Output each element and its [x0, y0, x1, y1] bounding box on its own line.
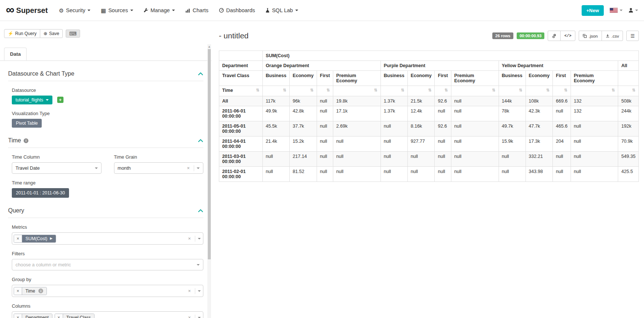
time-column-select[interactable]: Travel Date	[12, 162, 101, 174]
sort-icon[interactable]: ⇅	[519, 88, 522, 93]
columns-select[interactable]: × Department × Travel Class ×	[12, 311, 203, 318]
travel-class-label: Travel Class	[219, 71, 263, 86]
cell-value: null	[317, 121, 333, 136]
sort-icon[interactable]: ⇅	[445, 88, 448, 93]
chevron-up-icon[interactable]	[198, 72, 203, 76]
save-button[interactable]: ⊕ Save	[40, 29, 63, 38]
nav-item-dashboards[interactable]: Dashboards	[219, 7, 255, 13]
run-query-button[interactable]: ⚡ Run Query	[4, 29, 40, 38]
table-row: All117k96knull19.8k1.37k21.5k92.6null144…	[219, 96, 639, 106]
time-range-button[interactable]: 2011-01-01 : 2011-06-30	[12, 188, 69, 198]
new-button[interactable]: +New	[582, 5, 604, 16]
sort-icon[interactable]: ⇅	[401, 88, 404, 93]
scrollbar-up-arrow[interactable]: ▲	[207, 44, 211, 49]
section-datasource-chart[interactable]: Datasource & Chart Type	[8, 70, 203, 81]
code-icon: </>	[564, 34, 571, 38]
column-sort-header[interactable]: ⇅	[499, 86, 526, 96]
viz-type-button[interactable]: Pivot Table	[12, 119, 42, 128]
cell-value: null	[407, 167, 435, 182]
sort-icon[interactable]: ⇅	[374, 88, 378, 93]
cell-value: null	[451, 167, 499, 182]
nav-item-manage[interactable]: Manage	[144, 7, 175, 13]
metric-token-label[interactable]: SUM(Cost) ▶	[22, 235, 56, 242]
short-url-button[interactable]	[548, 31, 561, 41]
chevron-up-icon[interactable]	[198, 209, 203, 212]
columns-token-label[interactable]: Department	[22, 314, 52, 318]
sort-icon[interactable]: ⇅	[310, 88, 313, 93]
groupby-token-label[interactable]: Time i	[22, 287, 47, 295]
nav-item-sql-lab[interactable]: SQL Lab	[265, 7, 298, 13]
keyboard-shortcuts-button[interactable]: ⌨	[66, 30, 80, 38]
column-sort-header[interactable]: ⇅	[451, 86, 499, 96]
sort-icon[interactable]: ⇅	[546, 88, 550, 93]
sort-icon[interactable]: ⇅	[632, 88, 636, 93]
plus-icon: +	[59, 97, 62, 102]
export-csv-button[interactable]: .csv	[602, 31, 623, 41]
column-sort-header[interactable]: ⇅	[618, 86, 639, 96]
language-selector[interactable]	[610, 8, 623, 13]
column-sort-header[interactable]: ⇅	[526, 86, 553, 96]
remove-token-icon[interactable]: ×	[55, 314, 63, 318]
section-time[interactable]: Time i	[8, 137, 203, 148]
remove-token-icon[interactable]: ×	[14, 314, 22, 318]
filters-select[interactable]: choose a column or metric	[12, 259, 203, 270]
column-sort-header[interactable]: ⇅	[380, 86, 407, 96]
clear-icon[interactable]: ×	[186, 315, 192, 318]
sort-icon[interactable]: ⇅	[612, 88, 615, 93]
column-sort-header[interactable]: ⇅	[435, 86, 451, 96]
chart-title[interactable]: - untitled	[219, 31, 249, 40]
export-json-button[interactable]: .json	[579, 31, 602, 41]
cell-value: 549.35	[618, 152, 639, 167]
chart-menu-button[interactable]: ☰	[626, 31, 639, 41]
column-sort-header[interactable]: ⇅	[290, 86, 317, 96]
superset-brand[interactable]: ∞ Superset	[6, 4, 48, 16]
link-icon	[552, 34, 557, 38]
sort-icon[interactable]: ⇅	[256, 88, 259, 93]
sort-icon[interactable]: ⇅	[428, 88, 431, 93]
column-sort-header[interactable]: ⇅	[571, 86, 618, 96]
datasource-select-button[interactable]: tutorial_flights	[12, 96, 52, 104]
column-sort-header[interactable]: ⇅	[333, 86, 380, 96]
remove-token-icon[interactable]: ×	[14, 287, 22, 295]
cell-value: 96k	[290, 96, 317, 106]
sort-icon[interactable]: ⇅	[564, 88, 567, 93]
column-sort-header[interactable]: ⇅	[263, 86, 290, 96]
sort-icon[interactable]: ⇅	[327, 88, 330, 93]
chevron-down-icon	[198, 290, 201, 293]
nav-item-charts[interactable]: Charts	[185, 7, 209, 13]
time-sort-header[interactable]: Time⇅	[219, 86, 263, 96]
sort-icon[interactable]: ⇅	[492, 88, 495, 93]
clear-icon[interactable]: ×	[185, 165, 191, 171]
cell-value: 8.16k	[407, 121, 435, 136]
time-grain-select[interactable]: month ×	[114, 162, 204, 174]
nav-item-sources[interactable]: ▦ Sources	[101, 7, 133, 13]
sort-icon[interactable]: ⇅	[283, 88, 286, 93]
time-column-value: Travel Date	[16, 165, 40, 171]
scrollbar-thumb[interactable]	[208, 49, 211, 259]
remove-token-icon[interactable]: ×	[14, 235, 22, 242]
cell-value: null	[380, 167, 407, 182]
clear-icon[interactable]: ×	[186, 288, 192, 294]
view-query-button[interactable]: </>	[560, 31, 575, 41]
chevron-down-icon	[172, 10, 175, 13]
result-header: - untitled 26 rows 00:00:00.93 </> .json	[219, 31, 639, 41]
cell-value: 92.6	[435, 96, 451, 106]
tab-data[interactable]: Data	[4, 48, 27, 61]
cell-value: 19.8k	[333, 96, 380, 106]
column-sort-header[interactable]: ⇅	[317, 86, 333, 96]
user-menu[interactable]	[628, 8, 638, 13]
panel-scrollbar[interactable]: ▲	[207, 44, 211, 318]
nav-item-security[interactable]: ⚙ Security	[59, 7, 90, 13]
cell-value: 15.2k	[290, 136, 317, 152]
edit-datasource-button[interactable]: +	[57, 97, 63, 103]
column-sort-header[interactable]: ⇅	[553, 86, 571, 96]
column-sort-header[interactable]: ⇅	[407, 86, 435, 96]
chevron-up-icon[interactable]	[198, 139, 203, 142]
cell-value: 669.6	[553, 96, 571, 106]
cell-value: null	[380, 121, 407, 136]
columns-token-label[interactable]: Travel Class	[63, 314, 94, 318]
groupby-select[interactable]: × Time i ×	[12, 285, 203, 297]
section-query[interactable]: Query	[8, 207, 203, 218]
metrics-select[interactable]: × SUM(Cost) ▶ ×	[12, 232, 203, 245]
clear-icon[interactable]: ×	[186, 236, 192, 241]
